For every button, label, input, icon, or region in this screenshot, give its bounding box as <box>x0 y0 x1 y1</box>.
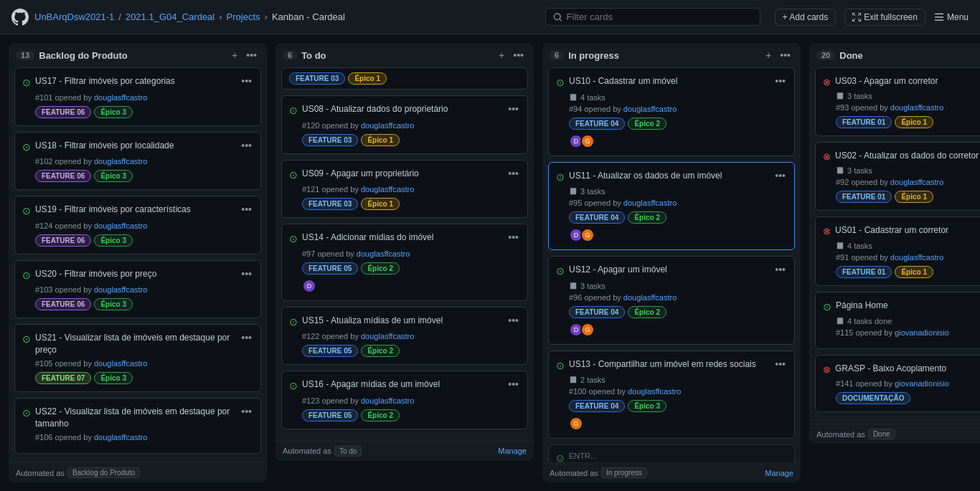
card-us22-menu[interactable]: ••• <box>240 406 253 417</box>
card-us10-title: ⊙ US10 - Cadastrar um imóvel <box>556 75 773 90</box>
card-us01-tasks: 4 tasks <box>823 242 980 250</box>
card-us16-author[interactable]: douglasffcastro <box>361 396 414 405</box>
card-us01-meta: #91 opened by douglasffcastro <box>823 253 980 262</box>
menu-icon <box>934 12 944 22</box>
tag-epico2: Épico 2 <box>628 306 666 318</box>
repo-path-link[interactable]: 2021.1_G04_Cardeal <box>126 11 215 22</box>
card-us02: ⊗ US02 - Atualizar os dados do corretor … <box>815 142 980 211</box>
card-us19-author[interactable]: douglasffcastro <box>94 221 147 230</box>
backlog-body: ⊙ US17 - Filtrar imóveis por categorias … <box>9 67 267 462</box>
todo-menu-button[interactable]: ••• <box>510 49 527 62</box>
card-us02-meta: #92 opened by douglasffcastro <box>823 178 980 186</box>
card-us09-menu[interactable]: ••• <box>507 168 520 179</box>
card-us20: ⊙ US20 - Filtrar imóveis por preço ••• #… <box>14 260 261 319</box>
card-us18-menu[interactable]: ••• <box>240 140 253 151</box>
card-us01-tags: FEATURE 01 Épico 1 <box>823 266 980 278</box>
open-issue-icon: ⊙ <box>22 269 31 283</box>
card-us15-menu[interactable]: ••• <box>507 315 520 326</box>
inprogress-add-button[interactable]: + <box>763 49 774 62</box>
card-us03-meta: #93 opened by douglasffcastro <box>823 103 980 112</box>
backlog-count: 13 <box>16 50 34 60</box>
card-us02-author[interactable]: douglasffcastro <box>890 178 943 186</box>
repo-link[interactable]: UnBArqDsw2021-1 <box>34 11 114 22</box>
card-us19-menu[interactable]: ••• <box>240 204 253 215</box>
tag-epico3: Épico 3 <box>94 298 133 310</box>
tag-epico2: Épico 2 <box>628 118 666 130</box>
card-us13-title: ⊙ US13 - Compartilhar um imóvel em redes… <box>556 358 773 373</box>
inprogress-count: 6 <box>550 50 564 60</box>
card-us09-author[interactable]: douglasffcastro <box>361 185 414 194</box>
card-us13-meta: #100 opened by douglasffcastro <box>556 387 787 396</box>
todo-manage-link[interactable]: Manage <box>498 447 527 455</box>
todo-actions: + ••• <box>496 49 527 62</box>
card-us13-menu[interactable]: ••• <box>773 358 787 370</box>
add-cards-button[interactable]: + Add cards <box>775 9 837 26</box>
inprogress-manage-link[interactable]: Manage <box>765 469 793 477</box>
card-us21-author[interactable]: douglasffcastro <box>94 359 147 368</box>
todo-add-button[interactable]: + <box>496 49 507 62</box>
todo-footer-status: Automated as To do <box>283 446 362 457</box>
card-pagina-home-author[interactable]: giovanadionisio <box>895 328 949 337</box>
card-us10-menu[interactable]: ••• <box>773 75 787 87</box>
card-grasp-author[interactable]: giovanadionisio <box>895 379 949 388</box>
card-us08-menu[interactable]: ••• <box>507 103 520 115</box>
card-us13-author[interactable]: douglasffcastro <box>628 387 681 396</box>
card-us13: ⊙ US13 - Compartilhar um imóvel em redes… <box>548 351 795 439</box>
card-us11-menu[interactable]: ••• <box>773 170 787 181</box>
card-us14-menu[interactable]: ••• <box>507 232 520 243</box>
todo-footer: Automated as To do Manage <box>275 441 534 461</box>
card-us18-header: ⊙ US18 - Filtrar imóveis por localidade … <box>22 140 253 155</box>
search-input[interactable] <box>567 11 753 22</box>
card-us11-avatars: D G <box>556 228 787 242</box>
card-us16-menu[interactable]: ••• <box>507 378 520 390</box>
done-footer: Automated as Done <box>809 424 980 444</box>
card-us20-menu[interactable]: ••• <box>240 268 253 280</box>
open-issue-icon: ⊙ <box>556 359 565 373</box>
tag-epico3: Épico 3 <box>94 106 133 118</box>
card-us11-author[interactable]: douglasffcastro <box>623 199 677 207</box>
card-us12-menu[interactable]: ••• <box>773 264 787 275</box>
inprogress-menu-button[interactable]: ••• <box>777 49 793 62</box>
fullscreen-icon <box>852 13 861 22</box>
card-us03-author[interactable]: douglasffcastro <box>890 103 943 112</box>
tag-feature05: FEATURE 05 <box>302 262 358 275</box>
card-us21-menu[interactable]: ••• <box>240 332 253 343</box>
tag-feature04: FEATURE 04 <box>569 400 625 412</box>
card-us22-author[interactable]: douglasffcastro <box>94 433 147 442</box>
github-logo-icon <box>11 9 29 26</box>
menu-button[interactable]: Menu <box>934 12 969 22</box>
backlog-add-button[interactable]: + <box>229 49 240 62</box>
card-us15-author[interactable]: douglasffcastro <box>361 332 414 340</box>
checklist-icon <box>836 317 844 325</box>
done-body: ⊗ US03 - Apagar um corretor ••• 3 tasks … <box>809 67 980 424</box>
search-bar[interactable] <box>545 8 760 26</box>
card-us15-tags: FEATURE 05 Épico 2 <box>289 345 520 357</box>
card-us14-tags: FEATURE 05 Épico 2 <box>289 262 520 275</box>
card-us17-author[interactable]: douglasffcastro <box>94 93 147 102</box>
exit-fullscreen-button[interactable]: Exit fullscreen <box>844 9 925 26</box>
card-us11-meta: #95 opened by douglasffcastro <box>556 199 787 207</box>
tag-feature04: FEATURE 04 <box>569 306 625 318</box>
card-us10-author[interactable]: douglasffcastro <box>623 105 677 113</box>
card-us01-author[interactable]: douglasffcastro <box>890 253 943 262</box>
card-us14-author[interactable]: douglasffcastro <box>357 249 410 258</box>
card-us12-author[interactable]: douglasffcastro <box>623 293 677 302</box>
card-us18-author[interactable]: douglasffcastro <box>94 157 147 166</box>
card-us09-tags: FEATURE 03 Épico 1 <box>289 198 520 210</box>
backlog-status-badge: Backlog do Produto <box>67 467 140 478</box>
card-us17-menu[interactable]: ••• <box>240 75 253 87</box>
inprogress-title: In progress <box>568 50 758 61</box>
inprogress-footer-status: Automated as In progress <box>550 467 647 478</box>
column-todo: 6 To do + ••• FEATURE 03 Épico 1 ⊙ US08 … <box>275 43 534 461</box>
card-us08-author[interactable]: douglasffcastro <box>361 121 414 130</box>
projects-link[interactable]: Projects <box>227 11 260 22</box>
card-us22-title: ⊙ US22 - Visualizar lista de imóveis em … <box>22 406 240 430</box>
tag-feature01: FEATURE 01 <box>836 191 892 203</box>
card-us16: ⊙ US16 - Apagar mídias de um imóvel ••• … <box>281 371 528 429</box>
open-issue-icon: ⊙ <box>556 452 565 462</box>
card-us20-author[interactable]: douglasffcastro <box>94 285 147 294</box>
open-issue-icon: ⊙ <box>22 204 31 219</box>
backlog-menu-button[interactable]: ••• <box>243 49 260 62</box>
card-inprogress-bottom-title: ⊙ ENTR... <box>556 451 787 462</box>
card-us15: ⊙ US15 - Atualiza mídias de um imóvel ••… <box>281 307 528 366</box>
